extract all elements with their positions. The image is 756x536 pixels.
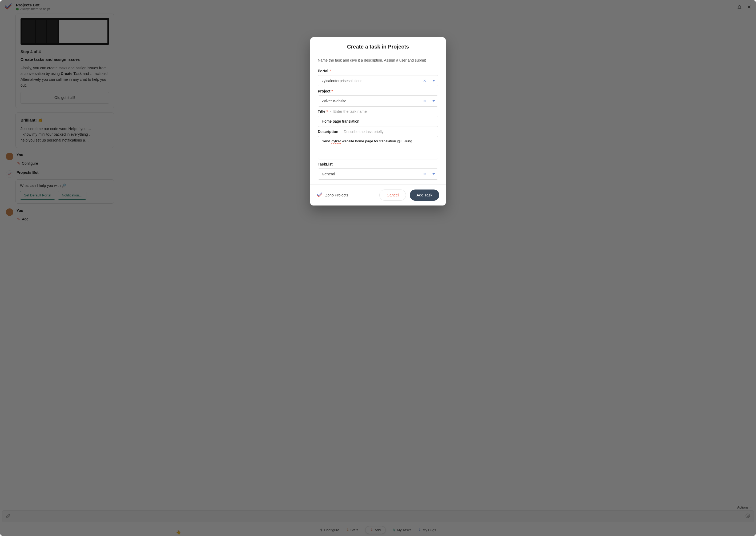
tasklist-select[interactable]: General ✕ (318, 168, 438, 180)
cancel-button[interactable]: Cancel (379, 189, 406, 201)
clear-icon[interactable]: ✕ (420, 76, 429, 86)
field-title: Title* - Enter the task name (318, 109, 438, 127)
required-indicator: * (329, 69, 331, 73)
portal-select[interactable]: zylcalenterprisesolutions ✕ (318, 75, 438, 86)
clear-icon[interactable]: ✕ (420, 169, 429, 179)
add-task-button[interactable]: Add Task (410, 189, 439, 201)
clear-icon[interactable]: ✕ (420, 96, 429, 106)
portal-value: zylcalenterprisesolutions (318, 76, 420, 86)
modal-title: Create a task in Projects (318, 44, 438, 50)
title-input[interactable] (318, 116, 438, 127)
tasklist-value: General (318, 169, 420, 179)
field-description: Description - Describe the task briefly … (318, 129, 438, 159)
required-indicator: * (326, 109, 328, 114)
chevron-down-icon[interactable] (429, 76, 438, 86)
field-portal: Portal* zylcalenterprisesolutions ✕ (318, 69, 438, 86)
modal-subtitle: Name the task and give it a description.… (310, 54, 446, 63)
field-project: Project* Zylker Website ✕ (318, 89, 438, 107)
chevron-down-icon[interactable] (429, 169, 438, 179)
project-select[interactable]: Zylker Website ✕ (318, 95, 438, 107)
description-input[interactable]: Send Zylker website home page for transl… (318, 136, 438, 159)
field-tasklist: TaskList General ✕ (318, 162, 438, 180)
required-indicator: * (331, 89, 333, 93)
modal-brand: Zoho Projects (317, 192, 348, 198)
project-value: Zylker Website (318, 96, 420, 106)
create-task-modal: Create a task in Projects Name the task … (310, 37, 446, 206)
chevron-down-icon[interactable] (429, 96, 438, 106)
